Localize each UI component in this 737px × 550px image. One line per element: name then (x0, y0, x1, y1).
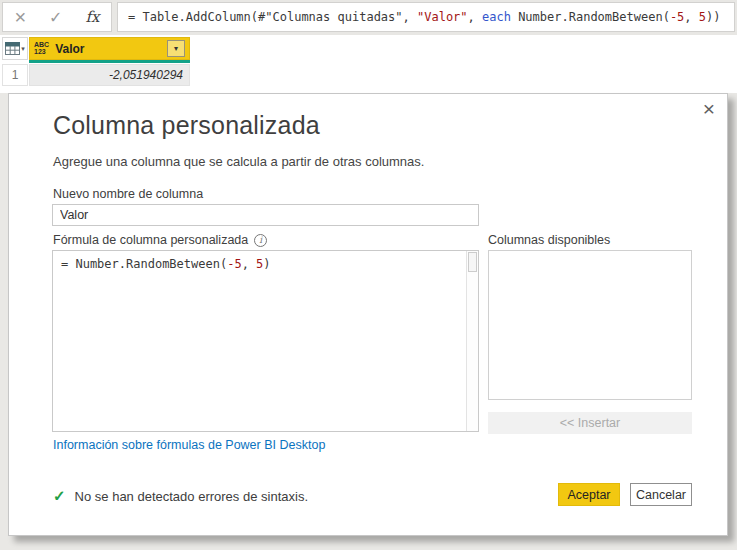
cancel-formula-icon[interactable]: × (14, 7, 26, 27)
success-check-icon: ✓ (53, 487, 66, 505)
num-label: 123 (34, 49, 49, 56)
fx-icon[interactable]: fx (85, 8, 99, 26)
select-all-button[interactable]: ▾ (2, 37, 28, 60)
cancel-button[interactable]: Cancelar (630, 483, 692, 506)
editor-scrollbar-thumb[interactable] (468, 252, 477, 272)
formulas-help-link[interactable]: Información sobre fórmulas de Power BI D… (53, 438, 325, 452)
syntax-status: ✓ No se han detectado errores de sintaxi… (53, 484, 308, 508)
column-header-valor[interactable]: ABC 123 Valor ▾ (29, 37, 190, 60)
column-name: Valor (55, 42, 167, 56)
commit-formula-icon[interactable]: ✓ (49, 8, 62, 27)
table-icon (5, 42, 20, 55)
new-column-name-input[interactable] (52, 204, 479, 226)
formula-label: Fórmula de columna personalizada (53, 233, 248, 247)
formula-label-row: Fórmula de columna personalizada i (53, 233, 267, 247)
formula-editor[interactable]: = Number.RandomBetween(-5, 5) (52, 250, 479, 432)
close-icon[interactable]: × (703, 98, 715, 120)
available-columns-list[interactable] (488, 250, 692, 400)
accept-button[interactable]: Aceptar (558, 483, 620, 506)
power-query-editor: × ✓ fx = Table.AddColumn(#"Columnas quit… (0, 0, 737, 550)
dialog-title: Columna personalizada (53, 111, 320, 140)
data-preview: ▾ ABC 123 Valor ▾ 1 -2,051940294 (0, 35, 737, 93)
abc123-type-icon[interactable]: ABC 123 (34, 42, 49, 55)
column-quality-bar (29, 60, 190, 63)
formula-editor-code: = Number.RandomBetween(-5, 5) (61, 257, 462, 271)
info-icon[interactable]: i (254, 234, 267, 247)
formula-input[interactable]: = Table.AddColumn(#"Columnas quitadas", … (117, 2, 735, 32)
chevron-down-icon: ▾ (174, 44, 178, 53)
insert-button[interactable]: << Insertar (488, 412, 692, 434)
custom-column-dialog: × Columna personalizada Agregue una colu… (8, 93, 728, 536)
table-cell-value[interactable]: -2,051940294 (29, 64, 190, 86)
available-columns-label: Columnas disponibles (488, 233, 610, 247)
formula-bar: × ✓ fx = Table.AddColumn(#"Columnas quit… (0, 0, 737, 35)
formula-bar-toolbar: × ✓ fx (2, 2, 112, 32)
syntax-status-text: No se han detectado errores de sintaxis. (75, 489, 308, 504)
dialog-subtitle: Agregue una columna que se calcula a par… (53, 154, 424, 169)
row-number[interactable]: 1 (2, 64, 28, 86)
chevron-down-icon: ▾ (21, 45, 25, 53)
column-filter-dropdown[interactable]: ▾ (167, 40, 185, 57)
new-column-name-label: Nuevo nombre de columna (53, 187, 203, 201)
editor-scrollbar[interactable] (466, 251, 478, 431)
